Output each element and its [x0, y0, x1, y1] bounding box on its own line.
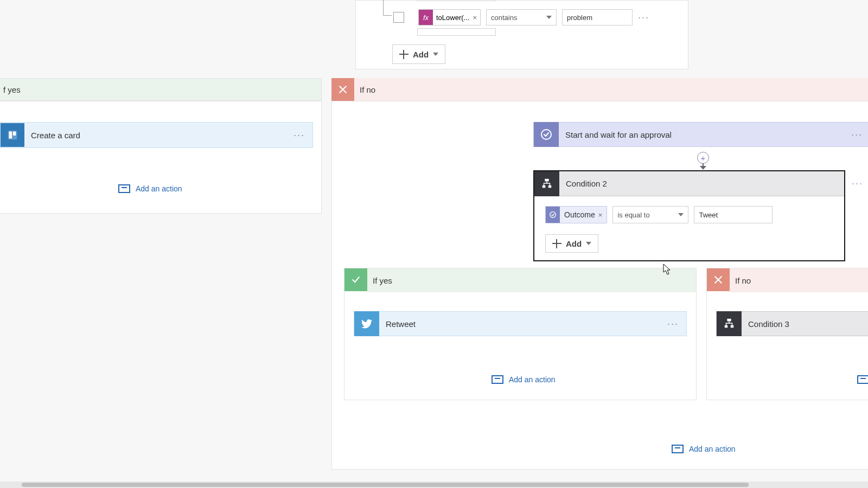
if-yes-header: f yes — [0, 78, 322, 101]
trello-icon — [1, 123, 24, 147]
condition-3-title: Condition 3 — [742, 319, 868, 329]
x-icon — [331, 78, 354, 101]
horizontal-scrollbar[interactable] — [0, 481, 868, 488]
plus-icon — [552, 239, 561, 248]
value-input[interactable]: Tweet — [694, 206, 773, 223]
svg-rect-4 — [545, 178, 548, 181]
svg-rect-6 — [548, 185, 552, 188]
expression-token[interactable]: fx toLower(... × — [418, 9, 481, 25]
plus-icon — [399, 50, 409, 59]
nested-if-yes-label: If yes — [373, 276, 392, 285]
condition-3-action[interactable]: Condition 3 — [716, 311, 868, 336]
condition-icon — [717, 311, 742, 336]
add-condition-row-button[interactable]: Add — [545, 234, 598, 253]
fx-icon: fx — [419, 10, 433, 25]
approval-icon — [534, 122, 559, 147]
svg-rect-10 — [731, 325, 734, 328]
add-label: Add — [413, 50, 429, 59]
operator-select[interactable]: is equal to — [612, 206, 688, 223]
mouse-cursor-icon — [663, 264, 672, 275]
operator-label: contains — [491, 14, 517, 22]
condition-2-card[interactable]: Condition 2 Outcome × is equal to Tweet — [533, 170, 845, 261]
insert-step-button[interactable]: + — [697, 152, 709, 164]
card-more-icon[interactable]: ··· — [293, 130, 312, 141]
add-label: Add — [566, 239, 582, 248]
condition-2-header[interactable]: Condition 2 — [534, 171, 844, 196]
condition-icon — [534, 171, 559, 196]
empty-condition-row — [417, 0, 496, 1]
add-action-icon — [492, 375, 503, 384]
add-condition-row-button[interactable]: Add — [392, 44, 445, 64]
arrow-down-icon — [699, 163, 707, 171]
x-icon — [707, 268, 730, 291]
row-checkbox[interactable] — [393, 12, 404, 23]
scrollbar-thumb[interactable] — [22, 483, 749, 487]
if-yes-label: f yes — [3, 85, 21, 94]
create-card-title: Create a card — [24, 131, 293, 140]
svg-point-7 — [550, 212, 556, 218]
check-icon — [344, 268, 367, 291]
chevron-down-icon — [678, 213, 684, 216]
approval-title: Start and wait for an approval — [559, 130, 851, 139]
outcome-label: Outcome — [564, 210, 595, 219]
outcome-token[interactable]: Outcome × — [545, 206, 607, 223]
svg-rect-8 — [727, 319, 731, 322]
add-action-link[interactable]: Add an action — [672, 445, 736, 453]
value-text: Tweet — [699, 211, 718, 219]
card-more-icon[interactable]: ··· — [667, 318, 686, 330]
add-action-label: Add an action — [689, 445, 736, 453]
empty-condition-row-2 — [417, 28, 496, 36]
twitter-icon — [354, 311, 379, 336]
if-no-header: If no — [331, 78, 868, 101]
svg-point-3 — [541, 130, 551, 139]
nested-if-yes-header: If yes — [344, 268, 696, 292]
chevron-down-icon — [586, 242, 591, 245]
add-action-link[interactable]: Add an action — [492, 375, 556, 384]
condition-2-title: Condition 2 — [559, 179, 844, 188]
group-bracket — [383, 0, 392, 16]
flow-canvas[interactable]: fx toLower(... × contains problem ··· Ad… — [0, 0, 868, 488]
add-action-icon — [118, 184, 130, 193]
add-action-icon — [672, 445, 684, 453]
retweet-action[interactable]: Retweet ··· — [354, 311, 687, 336]
create-card-action[interactable]: Create a card ··· — [0, 122, 313, 148]
chevron-down-icon — [546, 16, 552, 19]
approval-small-icon — [546, 207, 560, 223]
value-text: problem — [567, 14, 592, 22]
svg-rect-9 — [725, 325, 728, 328]
if-no-label: If no — [360, 85, 375, 94]
remove-token-icon[interactable]: × — [473, 14, 477, 22]
chevron-down-icon — [433, 53, 438, 56]
if-yes-panel — [0, 101, 322, 214]
card-more-icon[interactable]: ··· — [851, 129, 868, 140]
add-action-label: Add an action — [509, 375, 556, 384]
nested-if-no-label: If no — [735, 276, 751, 285]
operator-select[interactable]: contains — [486, 9, 557, 25]
card-more-icon[interactable]: ··· — [852, 178, 863, 189]
svg-rect-5 — [542, 185, 546, 188]
nested-if-no-header: If no — [707, 268, 868, 292]
expression-label: toLower(... — [436, 14, 469, 22]
add-action-icon — [857, 375, 868, 384]
row-more-icon[interactable]: ··· — [638, 12, 649, 23]
value-input[interactable]: problem — [562, 9, 633, 25]
add-action-label: Add an action — [136, 184, 182, 193]
operator-label: is equal to — [617, 211, 649, 219]
remove-token-icon[interactable]: × — [598, 211, 603, 219]
add-action-link-partial[interactable] — [857, 375, 868, 384]
add-action-link[interactable]: Add an action — [118, 184, 182, 193]
svg-rect-1 — [9, 132, 12, 139]
svg-rect-2 — [13, 132, 16, 136]
approval-action[interactable]: Start and wait for an approval ··· — [533, 122, 868, 147]
retweet-title: Retweet — [379, 319, 667, 329]
